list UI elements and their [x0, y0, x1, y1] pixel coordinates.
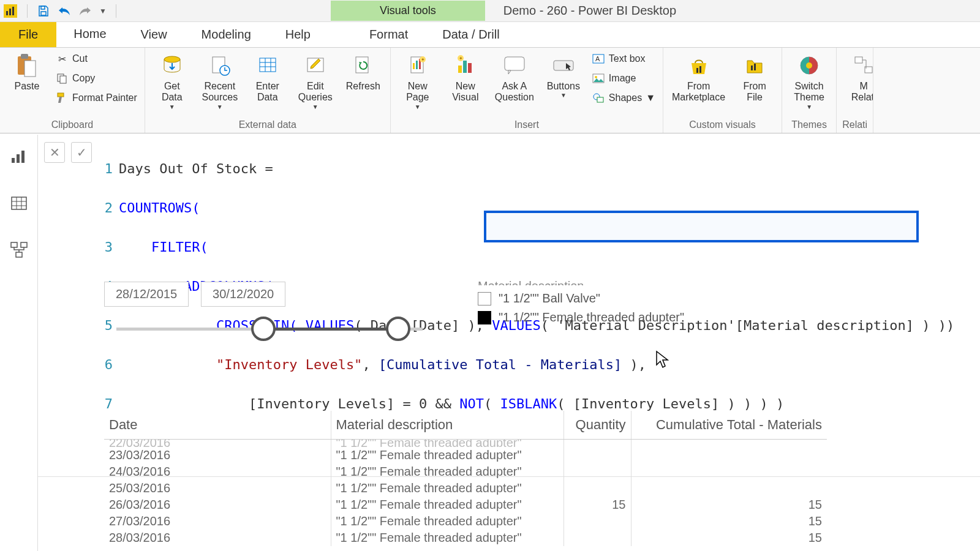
formula-commit-button[interactable]: ✓ — [71, 142, 92, 163]
from-file-label: From File — [743, 81, 766, 103]
new-visual-button[interactable]: ✦New Visual — [443, 50, 488, 106]
data-view-icon[interactable] — [8, 192, 30, 214]
svg-rect-42 — [751, 66, 753, 70]
cell-quantity: 15 — [564, 497, 631, 513]
slicer-item-ball-valve[interactable]: "1 1/2"" Ball Valve" — [478, 289, 684, 308]
copy-icon — [55, 72, 69, 85]
cell-cumulative — [631, 480, 827, 497]
svg-rect-9 — [60, 76, 66, 83]
col-header-cumulative[interactable]: Cumulative Total - Materials — [631, 411, 827, 440]
window-title: Demo - 260 - Power BI Desktop — [485, 4, 980, 18]
from-file-button[interactable]: From File — [733, 50, 777, 106]
svg-rect-1 — [9, 9, 11, 15]
tab-modeling[interactable]: Modeling — [184, 22, 268, 47]
new-page-icon: ✦ — [405, 53, 431, 78]
svg-point-45 — [806, 62, 812, 69]
col-header-material[interactable]: Material description — [331, 411, 564, 440]
cut-button[interactable]: ✂Cut — [53, 50, 140, 67]
group-relationships: M Relati Relati — [837, 48, 873, 133]
caret-icon: ▼ — [217, 103, 223, 111]
svg-rect-20 — [356, 57, 368, 73]
switch-theme-button[interactable]: Switch Theme▼ — [787, 50, 831, 113]
recent-sources-button[interactable]: Recent Sources▼ — [198, 50, 242, 113]
slider-track-fill — [257, 328, 392, 331]
svg-rect-27 — [458, 66, 462, 73]
tab-help[interactable]: Help — [268, 22, 328, 47]
undo-icon[interactable] — [56, 2, 73, 20]
date-slider[interactable] — [116, 315, 423, 343]
image-label: Image — [609, 73, 636, 84]
formula-cancel-button[interactable]: ✕ — [44, 142, 65, 163]
date-to-input[interactable]: 30/12/2020 — [201, 282, 285, 307]
date-from-input[interactable]: 28/12/2015 — [104, 282, 189, 307]
from-marketplace-button[interactable]: From Marketplace — [668, 50, 729, 106]
text-box-label: Text box — [609, 53, 646, 64]
model-view-icon[interactable] — [8, 239, 30, 261]
get-data-label: Get Data — [162, 81, 183, 103]
report-canvas[interactable]: 28/12/2015 30/12/2020 Material descripti… — [104, 282, 980, 546]
table-row[interactable]: 25/03/2016 "1 1/2"" Female threaded adup… — [104, 480, 827, 497]
cell-material: "1 1/2"" Female threaded adupter" — [331, 440, 564, 448]
app-icon — [4, 4, 17, 18]
tab-file[interactable]: File — [0, 22, 56, 47]
quick-access-toolbar: ▼ — [21, 2, 123, 20]
new-page-button[interactable]: ✦New Page▼ — [396, 50, 440, 113]
checkbox-checked-icon[interactable] — [478, 311, 491, 324]
save-icon[interactable] — [35, 2, 52, 20]
paste-button[interactable]: Paste — [5, 50, 49, 94]
copy-label: Copy — [72, 73, 95, 84]
switch-theme-icon — [796, 53, 822, 78]
cell-date: 28/03/2016 — [104, 530, 331, 546]
tab-home[interactable]: Home — [56, 22, 123, 47]
cell-cumulative: 15 — [631, 497, 827, 513]
edit-queries-button[interactable]: Edit Queries▼ — [293, 50, 337, 113]
cell-cumulative — [631, 447, 827, 463]
table-row[interactable]: 23/03/2016 "1 1/2"" Female threaded adup… — [104, 447, 827, 463]
cell-quantity — [564, 447, 631, 463]
table-row[interactable]: 26/03/2016 "1 1/2"" Female threaded adup… — [104, 497, 827, 513]
left-nav-rail — [0, 135, 38, 551]
slider-handle-start[interactable] — [251, 317, 276, 341]
tab-format[interactable]: Format — [352, 22, 425, 47]
manage-relationships-button[interactable]: M Relati — [842, 50, 873, 106]
qat-dropdown-icon[interactable]: ▼ — [97, 2, 108, 20]
col-header-quantity[interactable]: Quantity — [564, 411, 631, 440]
shapes-button[interactable]: Shapes ▼ — [589, 89, 658, 107]
svg-text:A: A — [595, 55, 600, 62]
slider-handle-end[interactable] — [386, 317, 410, 341]
redo-icon[interactable] — [77, 2, 94, 20]
svg-rect-33 — [554, 61, 573, 70]
copy-button[interactable]: Copy — [53, 70, 140, 87]
refresh-icon — [350, 53, 376, 78]
material-slicer[interactable]: Material description "1 1/2"" Ball Valve… — [478, 279, 684, 327]
format-painter-button[interactable]: Format Painter — [53, 89, 140, 107]
col-header-date[interactable]: Date — [104, 411, 331, 440]
recent-sources-icon — [207, 53, 233, 78]
cell-date: 25/03/2016 — [104, 480, 331, 497]
format-painter-icon — [55, 91, 69, 105]
buttons-button[interactable]: Buttons▼ — [541, 50, 586, 102]
slicer-item-female-adapter[interactable]: "1 1/2"" Female threaded adupter" — [478, 308, 684, 327]
report-view-icon[interactable] — [8, 146, 30, 168]
table-row[interactable]: 28/03/2016 "1 1/2"" Female threaded adup… — [104, 530, 827, 546]
table-row[interactable]: 22/03/2016 "1 1/2"" Female threaded adup… — [104, 440, 827, 448]
tab-data-drill[interactable]: Data / Drill — [425, 22, 516, 47]
refresh-button[interactable]: Refresh — [341, 50, 385, 94]
text-box-button[interactable]: AText box — [589, 50, 658, 67]
ask-a-question-button[interactable]: Ask A Question — [491, 50, 538, 106]
table-row[interactable]: 27/03/2016 "1 1/2"" Female threaded adup… — [104, 513, 827, 530]
enter-data-button[interactable]: Enter Data — [246, 50, 290, 106]
group-custom-visuals-title: Custom visuals — [668, 118, 777, 132]
paste-label: Paste — [15, 81, 40, 92]
tab-view[interactable]: View — [124, 22, 184, 47]
svg-point-37 — [595, 76, 597, 78]
checkbox-unchecked-icon[interactable] — [478, 292, 491, 305]
shapes-label: Shapes — [609, 92, 642, 103]
image-button[interactable]: Image — [589, 70, 658, 87]
refresh-label: Refresh — [346, 81, 380, 92]
table-visual[interactable]: Date Material description Quantity Cumul… — [104, 411, 827, 546]
get-data-button[interactable]: Get Data▼ — [150, 50, 194, 113]
dax-line-1: Days Out Of Stock = — [119, 161, 273, 176]
cell-quantity — [564, 480, 631, 497]
table-row[interactable]: 24/03/2016 "1 1/2"" Female threaded adup… — [104, 463, 827, 480]
